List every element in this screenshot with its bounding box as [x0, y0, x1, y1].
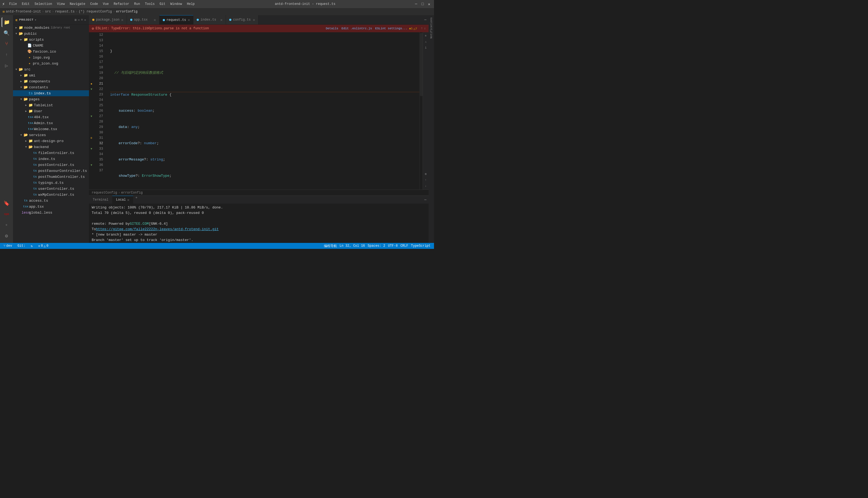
tab-close-icon[interactable]: ✕ — [121, 18, 123, 22]
close-explorer-icon[interactable]: ✕ — [84, 18, 86, 22]
tree-scripts[interactable]: ▶ 📁 scripts — [13, 37, 89, 42]
activity-commit[interactable]: ↑ — [2, 50, 11, 60]
tree-404[interactable]: ▶ tsx 404.tsx — [13, 114, 89, 120]
close-button[interactable]: ✕ — [426, 1, 432, 7]
terminal-close-icon[interactable]: ✕ — [127, 198, 129, 202]
tree-umi[interactable]: ▶ 📁 umi — [13, 73, 89, 78]
tree-post-controller[interactable]: ▶ ts postController.ts — [13, 162, 89, 168]
prev-error-icon[interactable]: ↑ — [421, 27, 423, 30]
tabs-more-icon[interactable]: ⋯ — [424, 18, 426, 22]
error-eslint-settings-link[interactable]: ESLint settings... — [375, 27, 407, 30]
code-content[interactable]: } // 与后端约定的响应数据格式 interface ResponseStru… — [107, 32, 419, 189]
tree-backend[interactable]: ▼ 📂 backend — [13, 144, 89, 150]
activity-bookmarks[interactable]: 🔖 — [2, 198, 11, 208]
git-branch-item[interactable]: ⑂ dev — [2, 243, 14, 249]
status-eol[interactable]: CRLF — [399, 243, 410, 249]
menu-window[interactable]: Window — [168, 2, 184, 6]
activity-settings[interactable]: ⚙ — [2, 231, 11, 241]
tab-app-tsx[interactable]: app.tsx ✕ — [127, 15, 159, 24]
tree-node-modules[interactable]: ▶ 📁 node_modules library root — [13, 25, 89, 31]
tree-components[interactable]: ▶ 📁 components — [13, 78, 89, 84]
maximize-button[interactable]: □ — [420, 1, 425, 7]
menu-navigate[interactable]: Navigate — [67, 2, 88, 6]
notifications-label[interactable]: Notifications — [429, 15, 433, 41]
git-status-item[interactable]: Git: — [16, 243, 27, 249]
breadcrumb-part-2[interactable]: request.ts — [55, 10, 75, 14]
tree-global-less[interactable]: ▶ less global.less — [13, 210, 89, 215]
breadcrumb-part-0[interactable]: antd-frontend-init — [6, 10, 41, 14]
menu-selection[interactable]: Selection — [32, 2, 54, 6]
bc-error-config[interactable]: errorConfig — [121, 191, 143, 195]
right-panel-icon-2[interactable]: ⚠ — [424, 39, 428, 44]
tree-user[interactable]: ▶ 📁 User — [13, 108, 89, 114]
activity-git[interactable]: ⑂ — [2, 39, 11, 49]
bc-request-config[interactable]: requestConfig — [92, 191, 117, 195]
minimize-button[interactable]: ─ — [413, 1, 419, 7]
terminal-tab-label[interactable]: Terminal — [89, 196, 112, 204]
tab-close-icon[interactable]: ✕ — [220, 18, 222, 22]
terminal-add-button[interactable]: + — [133, 196, 140, 204]
menu-code[interactable]: Code — [88, 2, 100, 6]
tab-close-icon[interactable]: ✕ — [188, 18, 190, 22]
tree-access[interactable]: ▶ ts access.ts — [13, 198, 89, 204]
right-panel-icon-4[interactable]: ⊞ — [424, 172, 428, 176]
tab-close-icon[interactable]: ✕ — [154, 18, 156, 22]
tree-welcome[interactable]: ▶ tsx Welcome.tsx — [13, 126, 89, 132]
status-encoding[interactable]: UTF-8 — [387, 243, 399, 249]
tree-pages[interactable]: ▼ 📂 pages — [13, 96, 89, 102]
sync-item[interactable]: ↻ — [29, 243, 34, 249]
right-panel-icon-5[interactable]: ↑ — [424, 178, 428, 182]
tree-tablelist[interactable]: ▶ 📁 TableList — [13, 102, 89, 108]
menu-bar[interactable]: File Edit Selection View Navigate Code V… — [7, 2, 197, 6]
menu-file[interactable]: File — [7, 2, 19, 6]
tree-ant-design-pro[interactable]: ▶ 📁 ant-design-pro — [13, 138, 89, 144]
tree-public[interactable]: ▼ 📂 public — [13, 31, 89, 37]
tab-request-ts[interactable]: request.ts ✕ — [159, 15, 193, 24]
tab-config-ts[interactable]: config.ts ✕ — [226, 15, 259, 24]
tree-logo-svg[interactable]: ▶ ✦ logo.svg — [13, 54, 89, 61]
tree-post-favour-controller[interactable]: ▶ ts postFavourController.ts — [13, 168, 89, 174]
right-panel-icon-1[interactable]: ≡ — [424, 33, 428, 38]
tab-index-ts[interactable]: index.ts ✕ — [193, 15, 226, 24]
breadcrumb-part-3[interactable]: (*) requestConfig — [79, 10, 112, 14]
tab-close-icon[interactable]: ✕ — [253, 18, 255, 22]
repo-link[interactable]: https://gitee.com/falle22222n-leaves/ant… — [96, 227, 219, 232]
ellipsis-icon[interactable]: ⋯ — [78, 18, 80, 22]
tabs-actions[interactable]: ⋯ — [422, 15, 429, 24]
tree-cname[interactable]: ▶ 📄 CNAME — [13, 42, 89, 49]
tree-backend-index[interactable]: ▶ ts index.ts — [13, 156, 89, 162]
expand-icon[interactable]: ≡ — [81, 18, 83, 22]
error-edit-eslint-link[interactable]: Edit .eslintrc.js — [341, 27, 372, 30]
menu-git[interactable]: Git — [157, 2, 168, 6]
activity-explorer[interactable]: 📁 — [2, 17, 11, 27]
menu-vue[interactable]: Vue — [101, 2, 111, 6]
tree-file-controller[interactable]: ▶ ts fileController.ts — [13, 150, 89, 156]
tree-src[interactable]: ▼ 📂 src — [13, 66, 89, 73]
menu-view[interactable]: View — [55, 2, 67, 6]
error-details-link[interactable]: Details — [326, 27, 338, 30]
window-controls[interactable]: ─ □ ✕ — [413, 1, 432, 7]
next-error-icon[interactable]: ↓ — [424, 27, 426, 30]
explorer-actions[interactable]: ⊞ ⋯ ≡ ✕ — [75, 18, 86, 22]
tab-package-json[interactable]: package.json ✕ — [89, 15, 127, 24]
terminal-tab-local[interactable]: Local ✕ — [112, 196, 133, 204]
breadcrumb-part-4[interactable]: errorConfig — [116, 10, 138, 14]
error-navigation[interactable]: ↑ ↓ — [421, 27, 426, 30]
right-panel-icon-6[interactable]: ↓ — [424, 184, 428, 188]
right-panel-icon-3[interactable]: i — [424, 45, 428, 50]
collapse-icon[interactable]: ⊞ — [75, 18, 77, 22]
status-spaces[interactable]: Spaces: 2 — [366, 243, 387, 249]
terminal-actions[interactable]: ⋯ — [422, 196, 429, 204]
menu-run[interactable]: Run — [132, 2, 142, 6]
activity-structure[interactable]: ≡ — [2, 220, 11, 230]
tree-constants[interactable]: ▼ 📂 constants — [13, 84, 89, 90]
status-line-col[interactable]: Ln 32, Col 16 — [338, 243, 366, 249]
tree-wxmp-controller[interactable]: ▶ ts wxMpController.ts — [13, 192, 89, 198]
error-bar-actions[interactable]: Details Edit .eslintrc.js ESLint setting… — [326, 27, 407, 30]
tree-app-tsx[interactable]: ▶ tsx app.tsx — [13, 204, 89, 210]
tree-services[interactable]: ▼ 📂 services — [13, 132, 89, 138]
tree-constants-index[interactable]: ▶ ts index.ts — [13, 90, 89, 96]
activity-debug[interactable]: ▷ — [2, 61, 11, 70]
activity-npm[interactable]: npm — [2, 209, 11, 219]
error-status-item[interactable]: ✕ 0 △ 0 — [37, 243, 50, 249]
